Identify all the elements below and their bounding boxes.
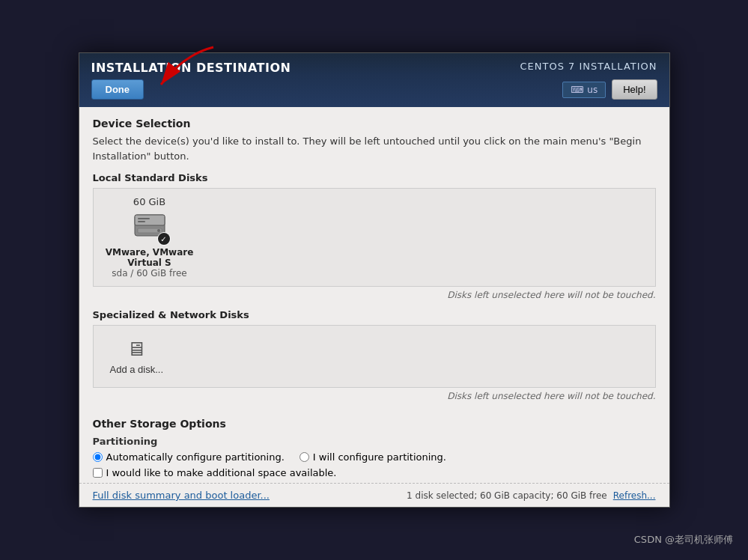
disk-status-text: 1 disk selected; 60 GiB capacity; 60 GiB… (407, 490, 607, 501)
watermark: CSDN @老司机张师傅 (634, 533, 733, 547)
checkmark-icon: ✓ (158, 233, 170, 245)
other-storage-section: Other Storage Options Partitioning Autom… (93, 410, 656, 483)
disk-item[interactable]: 60 GiB ✓ VMware, VMware Virtu (101, 196, 198, 279)
manual-partition-label: I will configure partitioning. (313, 451, 446, 463)
svg-rect-5 (138, 221, 145, 222)
add-disk-label: Add a disk... (110, 364, 164, 375)
installation-window: INSTALLATION DESTINATION Done CENTOS 7 I… (79, 52, 670, 508)
partitioning-radio-row: Automatically configure partitioning. I … (93, 451, 656, 463)
network-disks-hint: Disks left unselected here will not be t… (93, 391, 656, 401)
disk-size: 60 GiB (133, 196, 165, 207)
refresh-link[interactable]: Refresh... (613, 490, 656, 501)
disk-name: VMware, VMware Virtual S (101, 247, 198, 268)
full-disk-summary-link[interactable]: Full disk summary and boot loader... (93, 490, 270, 501)
additional-space-label: I would like to make additional space av… (106, 467, 337, 478)
keyboard-indicator[interactable]: ⌨ us (562, 82, 606, 98)
centos-label: CENTOS 7 INSTALLATION (520, 61, 657, 72)
keyboard-lang: us (587, 85, 598, 95)
add-disk-icon: 🖥 (127, 338, 146, 361)
partitioning-label: Partitioning (93, 436, 656, 447)
device-selection-description: Select the device(s) you'd like to insta… (93, 134, 656, 163)
footer-bar: Full disk summary and boot loader... 1 d… (79, 483, 669, 507)
title-bar: INSTALLATION DESTINATION Done CENTOS 7 I… (79, 53, 669, 107)
manual-partition-option[interactable]: I will configure partitioning. (299, 451, 446, 463)
content-area: Device Selection Select the device(s) yo… (79, 107, 669, 483)
svg-point-3 (157, 229, 160, 232)
window-title: INSTALLATION DESTINATION (91, 61, 291, 75)
auto-partition-radio[interactable] (93, 452, 103, 462)
device-selection-title: Device Selection (93, 118, 656, 130)
title-bar-controls: ⌨ us Help! (562, 79, 657, 100)
manual-partition-radio[interactable] (299, 452, 309, 462)
keyboard-icon: ⌨ (571, 85, 583, 95)
local-disks-hint: Disks left unselected here will not be t… (93, 290, 656, 300)
done-button[interactable]: Done (91, 79, 144, 100)
disk-icon-wrapper: ✓ (132, 210, 168, 243)
additional-space-option[interactable]: I would like to make additional space av… (93, 467, 656, 478)
other-storage-title: Other Storage Options (93, 418, 656, 430)
svg-rect-4 (138, 218, 150, 219)
title-bar-left: INSTALLATION DESTINATION Done (91, 61, 291, 100)
selected-check-badge: ✓ (157, 232, 171, 246)
footer-status: 1 disk selected; 60 GiB capacity; 60 GiB… (407, 490, 655, 501)
help-button[interactable]: Help! (612, 79, 657, 100)
svg-rect-1 (135, 215, 165, 225)
additional-space-checkbox[interactable] (93, 468, 103, 478)
title-bar-right: CENTOS 7 INSTALLATION ⌨ us Help! (520, 61, 657, 100)
network-disks-grid: 🖥 Add a disk... (93, 325, 656, 388)
local-disks-grid: 60 GiB ✓ VMware, VMware Virtu (93, 188, 656, 287)
auto-partition-option[interactable]: Automatically configure partitioning. (93, 451, 285, 463)
auto-partition-label: Automatically configure partitioning. (106, 451, 285, 463)
disk-info: sda / 60 GiB free (112, 268, 186, 279)
network-disks-label: Specialized & Network Disks (93, 309, 656, 320)
add-disk-button[interactable]: 🖥 Add a disk... (101, 333, 173, 380)
local-disks-label: Local Standard Disks (93, 172, 656, 183)
